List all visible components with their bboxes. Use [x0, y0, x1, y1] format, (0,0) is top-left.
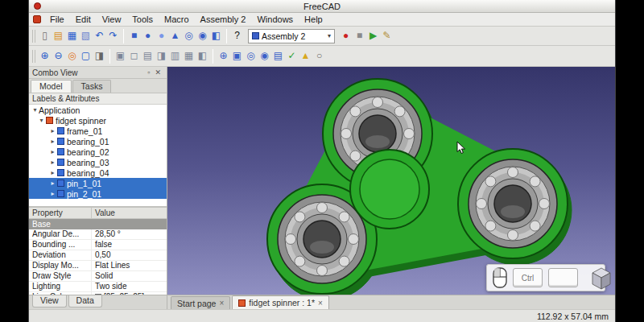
close-icon[interactable]: ✕ [152, 68, 163, 76]
chevron-right-icon[interactable]: ▸ [49, 148, 56, 155]
sidebar-tab[interactable]: Model [31, 80, 72, 93]
whatsthis-icon[interactable]: ? [230, 29, 244, 43]
property-row[interactable]: Lighting Two side [29, 282, 167, 292]
stop-macro-icon[interactable]: ■ [353, 29, 366, 43]
add-component-icon[interactable]: ⊕ [217, 49, 230, 63]
toolbar-drag-handle[interactable] [32, 50, 35, 63]
title-bar[interactable]: FreeCAD [29, 0, 615, 13]
left-view-icon[interactable]: ◧ [196, 49, 209, 63]
property-header: Property Value [29, 208, 167, 219]
panel-view-data-tabs: ViewData [29, 295, 167, 309]
fidget-spinner-model[interactable] [167, 67, 615, 295]
part-cone-icon[interactable]: ▲ [168, 29, 182, 43]
tree-item-application[interactable]: ▾ Application [29, 105, 167, 115]
boolean-union-icon[interactable]: ◉ [196, 29, 209, 43]
property-row[interactable]: Draw Style Solid [29, 271, 167, 282]
top-view-icon[interactable]: ▤ [141, 49, 155, 63]
copy-icon[interactable]: ▧ [79, 29, 93, 43]
chevron-right-icon[interactable]: ▸ [49, 127, 56, 134]
undo-icon[interactable]: ↶ [93, 29, 106, 43]
record-macro-icon[interactable]: ● [339, 29, 353, 43]
chevron-right-icon[interactable]: ▸ [49, 159, 56, 166]
freecad-file-icon [46, 117, 53, 124]
constraint-coincident-icon[interactable]: ◎ [244, 49, 258, 63]
tab-start-page[interactable]: Start page × [171, 296, 230, 309]
tree-item[interactable]: ▸ bearing_02 [29, 147, 167, 157]
part-box-icon[interactable]: ■ [127, 29, 141, 43]
solve-constraints-icon[interactable]: ✓ [285, 49, 299, 63]
property-row[interactable]: Bounding ... false [29, 240, 167, 250]
zoom-in-icon[interactable]: ⊕ [38, 49, 52, 63]
combo-view-tabs: ModelTasks [29, 79, 167, 93]
right-view-icon[interactable]: ◨ [155, 49, 168, 63]
toolbar-drag-handle[interactable] [32, 30, 35, 43]
sidebar-tab[interactable]: Tasks [72, 80, 112, 93]
chevron-down-icon[interactable]: ▾ [38, 117, 45, 124]
panel-header[interactable]: Combo View ▫ ✕ [29, 67, 167, 79]
document-icon [33, 15, 41, 23]
open-folder-icon[interactable]: ▤ [52, 29, 65, 43]
edit-macro-icon[interactable]: ✎ [380, 29, 394, 43]
main-area: Combo View ▫ ✕ ModelTasks Labels & Attri… [29, 67, 615, 295]
toggle-transparency-icon[interactable]: ○ [312, 49, 326, 63]
execute-macro-icon[interactable]: ▶ [366, 29, 380, 43]
menu-item[interactable]: View [97, 13, 127, 26]
front-view-icon[interactable]: ◻ [127, 49, 141, 63]
isometric-view-icon[interactable]: ▣ [114, 49, 127, 63]
boolean-cut-icon[interactable]: ◧ [209, 29, 223, 43]
tree-item[interactable]: ▸ bearing_01 [29, 136, 167, 147]
new-document-icon[interactable]: ▯ [38, 29, 52, 43]
chevron-right-icon[interactable]: ▸ [49, 190, 56, 197]
menu-item[interactable]: Help [299, 13, 328, 26]
3d-viewport[interactable]: Ctrl [167, 67, 615, 295]
tree-item-root[interactable]: ▾ fidget spinner [29, 115, 167, 126]
menu-item[interactable]: Tools [126, 13, 159, 26]
close-icon[interactable]: × [219, 299, 224, 308]
tree-item[interactable]: ▸ bearing_04 [29, 167, 167, 178]
rear-view-icon[interactable]: ▥ [168, 49, 182, 63]
draw-style-icon[interactable]: ◨ [93, 49, 106, 63]
chevron-right-icon[interactable]: ▸ [49, 138, 56, 145]
chevron-right-icon[interactable]: ▸ [49, 169, 56, 176]
property-row[interactable]: Display Mo... Flat Lines [29, 261, 167, 271]
active-assembly-select[interactable]: Assembly 2 ▾ [248, 29, 335, 43]
constraint-plane-icon[interactable]: ▤ [271, 49, 285, 63]
tree-header: Labels & Attributes [29, 93, 167, 105]
part-torus-icon[interactable]: ◎ [182, 29, 196, 43]
degrees-of-freedom-icon[interactable]: ▲ [299, 49, 312, 63]
navigation-cube[interactable] [588, 266, 614, 293]
part-sphere-icon[interactable]: ● [155, 29, 168, 43]
menu-item[interactable]: Macro [159, 13, 195, 26]
box-zoom-icon[interactable]: ▢ [79, 49, 93, 63]
import-part-icon[interactable]: ▣ [230, 49, 244, 63]
property-group-base[interactable]: Base [29, 219, 167, 229]
panel-bottom-tab[interactable]: View [32, 295, 67, 308]
property-row[interactable]: Angular De... 28,50 ° [29, 229, 167, 240]
property-row[interactable]: Deviation 0,50 [29, 250, 167, 261]
chevron-right-icon[interactable]: ▸ [49, 180, 56, 187]
part-cube-icon [57, 138, 64, 145]
menu-item[interactable]: File [44, 13, 70, 26]
tree-item[interactable]: ▸ bearing_03 [29, 157, 167, 167]
redo-icon[interactable]: ↷ [106, 29, 120, 43]
save-icon[interactable]: ▦ [65, 29, 79, 43]
tree-item[interactable]: ▸ frame_01 [29, 126, 167, 136]
tree-item[interactable]: ▸ pin_2_01 [29, 188, 167, 199]
menu-item[interactable]: Edit [70, 13, 97, 26]
mouse-icon [493, 267, 507, 288]
chevron-down-icon[interactable]: ▾ [31, 106, 39, 114]
menu-item[interactable]: Windows [251, 13, 299, 26]
constraint-axial-icon[interactable]: ◉ [258, 49, 271, 63]
close-icon[interactable]: × [318, 299, 323, 308]
freecad-window: FreeCAD FileEditViewToolsMacroAssembly 2… [28, 0, 616, 322]
tab-fidget-spinner[interactable]: fidget spinner : 1* × [232, 295, 329, 309]
zoom-out-icon[interactable]: ⊖ [52, 49, 65, 63]
bottom-view-icon[interactable]: ▦ [182, 49, 196, 63]
tree-item[interactable]: ▸ pin_1_01 [29, 178, 167, 188]
menu-item[interactable]: Assembly 2 [195, 13, 252, 26]
toolbar-standard: ▯▤▦▧↶↷ ■●●▲◎◉◧ ? Assembly 2 ▾ ●■▶✎ [29, 27, 615, 46]
panel-bottom-tab[interactable]: Data [68, 295, 102, 308]
undock-icon[interactable]: ▫ [145, 68, 152, 76]
fit-all-icon[interactable]: ◎ [65, 49, 79, 63]
part-cylinder-icon[interactable]: ● [141, 29, 155, 43]
